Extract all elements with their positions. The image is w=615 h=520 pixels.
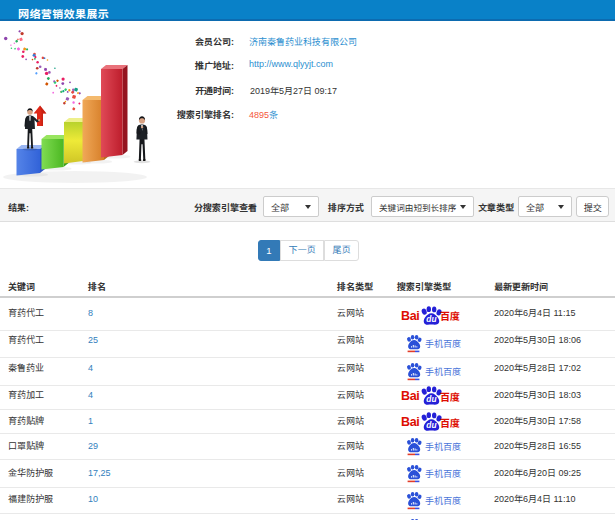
svg-text:du: du xyxy=(426,420,436,430)
svg-text:du: du xyxy=(426,314,436,324)
svg-text:du: du xyxy=(426,394,436,404)
